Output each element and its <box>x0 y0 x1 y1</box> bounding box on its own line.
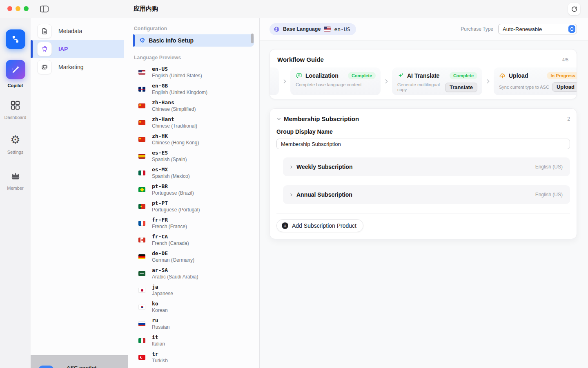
step-description: Generate multilingual copy <box>397 82 445 92</box>
rail-item-settings[interactable]: ⚙ Settings <box>0 134 31 155</box>
step-name: Localization <box>305 72 339 79</box>
minimize-window-button[interactable] <box>16 6 20 11</box>
app-logo-icon <box>6 29 25 49</box>
base-language-label: Base Language <box>283 26 321 32</box>
asc-copilot-label: ASC copilot <box>67 365 97 368</box>
language-item[interactable]: ja Japanese <box>138 282 259 298</box>
document-icon <box>37 24 52 38</box>
language-name: Turkish <box>152 358 168 364</box>
language-name: French (Canada) <box>152 240 189 246</box>
chevron-right-icon <box>486 79 490 84</box>
translate-button[interactable]: Translate <box>445 83 477 92</box>
language-name: Chinese (Hong Kong) <box>152 140 199 146</box>
sidebar-item-metadata[interactable]: Metadata <box>31 22 128 40</box>
app-logo[interactable] <box>0 29 31 49</box>
language-name: Arabic (Saudi Arabia) <box>152 274 198 280</box>
language-code: zh-HK <box>152 133 199 139</box>
language-name: English (United States) <box>152 73 202 79</box>
nav-sidebar: Metadata IAP Marketing ASC copilot <box>31 18 128 368</box>
language-code: zh-Hans <box>152 99 196 105</box>
language-item[interactable]: ru Russian <box>138 315 259 332</box>
config-item-basic-info-setup[interactable]: ⚙ Basic Info Setup <box>133 34 254 47</box>
language-name: Korean <box>152 307 168 313</box>
titlebar: 应用内购 <box>0 0 588 18</box>
language-flag-icon <box>138 154 145 159</box>
language-item[interactable]: de-DE German (Germany) <box>138 248 259 265</box>
language-code: ja <box>152 284 173 290</box>
language-code: es-ES <box>152 150 187 156</box>
language-item[interactable]: es-ES Spanish (Spain) <box>138 148 259 164</box>
language-item[interactable]: it Italian <box>138 332 259 349</box>
language-item[interactable]: tr Turkish <box>138 349 259 366</box>
group-display-name-label: Group Display Name <box>276 128 570 135</box>
language-item[interactable]: ko Korean <box>138 298 259 315</box>
language-code: en-GB <box>152 83 207 89</box>
language-item[interactable]: hi <box>138 366 259 368</box>
refresh-button[interactable] <box>568 3 580 15</box>
chevron-right-icon <box>283 79 287 84</box>
language-flag-icon <box>138 288 145 293</box>
rail-item-dashboard[interactable]: Dashboard <box>0 99 31 120</box>
product-row-annual[interactable]: Annual Subscription English (US) <box>283 185 570 204</box>
asc-copilot-footer[interactable]: ASC copilot <box>31 355 128 368</box>
language-previews-header: Language Previews <box>134 55 259 61</box>
main-topbar: Base Language en-US Purchase Type Auto-R… <box>260 18 588 40</box>
language-code: fr-FR <box>152 217 187 223</box>
language-item[interactable]: es-MX Spanish (Mexico) <box>138 164 259 181</box>
base-language-flag <box>324 27 331 31</box>
language-flag-icon <box>138 120 145 125</box>
language-flag-icon <box>138 254 145 259</box>
language-item[interactable]: en-US English (United States) <box>138 64 259 81</box>
group-display-name-input[interactable] <box>276 139 570 149</box>
close-window-button[interactable] <box>7 6 12 11</box>
language-item[interactable]: pt-BR Portuguese (Brazil) <box>138 181 259 198</box>
add-subscription-product-button[interactable]: + Add Subscription Product <box>276 219 363 232</box>
group-title: Membership Subscription <box>284 115 359 122</box>
zoom-window-button[interactable] <box>24 6 29 11</box>
sidebar-item-marketing[interactable]: Marketing <box>31 58 128 76</box>
language-code: de-DE <box>152 250 194 256</box>
workflow-guide-card: Workflow Guide 4/5 Localization Complete <box>270 49 577 99</box>
purchase-type-select[interactable]: Auto-Renewable <box>498 24 577 34</box>
cloud-upload-icon <box>499 72 506 79</box>
language-name: Chinese (Traditional) <box>152 123 197 129</box>
cart-icon <box>37 42 52 56</box>
divider <box>276 213 570 213</box>
asc-copilot-icon <box>39 366 53 368</box>
subscription-group-card: Membership Subscription 2 Group Display … <box>270 108 577 239</box>
rail-item-member[interactable]: Member <box>0 170 31 191</box>
gallery-icon <box>37 60 52 74</box>
language-item[interactable]: pt-PT Portuguese (Portugal) <box>138 198 259 215</box>
dashboard-grid-icon <box>10 99 21 111</box>
language-item[interactable]: zh-Hant Chinese (Traditional) <box>138 114 259 131</box>
rail-label-settings: Settings <box>7 150 24 155</box>
language-code: pt-PT <box>152 200 200 206</box>
language-name: Chinese (Simplified) <box>152 106 196 112</box>
language-item[interactable]: ar-SA Arabic (Saudi Arabia) <box>138 265 259 282</box>
language-item[interactable]: zh-Hans Chinese (Simplified) <box>138 97 259 114</box>
refresh-icon <box>571 6 578 13</box>
app-window: 应用内购 Copilot Dashboard <box>0 0 588 368</box>
sidebar-item-iap[interactable]: IAP <box>31 40 124 58</box>
globe-icon <box>274 26 280 32</box>
language-name: Russian <box>152 324 169 330</box>
language-item[interactable]: zh-HK Chinese (Hong Kong) <box>138 131 259 148</box>
window-title: 应用内购 <box>134 5 158 13</box>
icon-rail: Copilot Dashboard ⚙ Settings Member <box>0 18 31 368</box>
base-language-pill[interactable]: Base Language en-US <box>270 23 356 35</box>
workflow-step-partial <box>270 67 279 95</box>
scrollbar-thumb[interactable] <box>251 34 254 43</box>
rail-item-copilot[interactable]: Copilot <box>0 60 31 88</box>
language-code: ar-SA <box>152 267 198 273</box>
language-item[interactable]: fr-CA French (Canada) <box>138 231 259 248</box>
product-row-weekly[interactable]: Weekly Subscription English (US) <box>283 157 570 176</box>
language-item[interactable]: fr-FR French (France) <box>138 215 259 231</box>
language-code: ru <box>152 317 169 323</box>
upload-button[interactable]: Upload <box>552 82 577 92</box>
sidebar-toggle-icon[interactable] <box>39 4 49 14</box>
language-item[interactable]: en-GB English (United Kingdom) <box>138 81 259 97</box>
chevron-down-icon[interactable] <box>276 117 281 121</box>
step-name: AI Translate <box>407 72 439 79</box>
language-flag-icon <box>138 305 145 310</box>
language-name: Japanese <box>152 291 173 296</box>
